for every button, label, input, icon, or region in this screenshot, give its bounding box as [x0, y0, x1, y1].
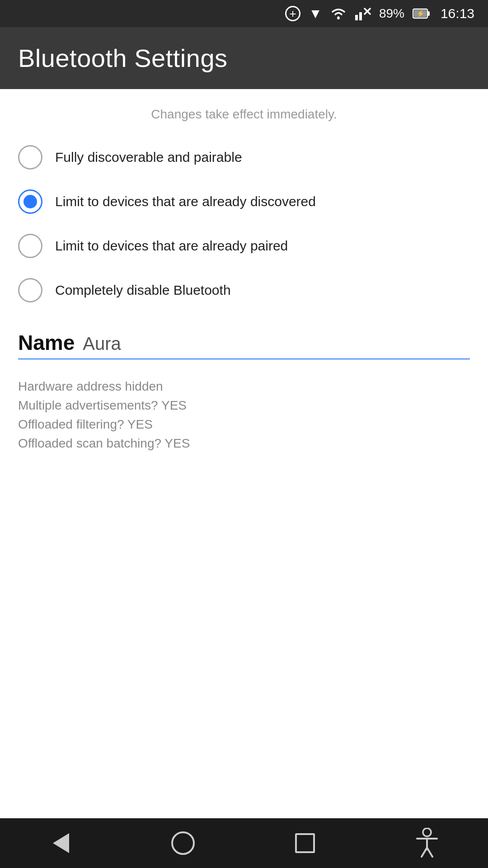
radio-inner-limit-discovered: [23, 195, 37, 208]
name-label: Name: [18, 330, 75, 355]
home-button[interactable]: [160, 821, 206, 866]
radio-circle-fully-discoverable: [18, 145, 42, 170]
accessibility-icon: [415, 828, 439, 859]
plus-circle-icon: +: [285, 6, 300, 21]
name-row: Name Aura: [18, 330, 470, 359]
wifi-icon: ▼: [309, 6, 322, 21]
radio-item-disable-bluetooth[interactable]: Completely disable Bluetooth: [14, 268, 474, 312]
svg-rect-2: [359, 12, 362, 20]
battery-percent: 89%: [379, 6, 404, 21]
svg-point-9: [423, 828, 431, 836]
svg-rect-1: [355, 15, 358, 20]
svg-line-13: [427, 848, 432, 857]
status-bar: + ▼ 89% ⚡ 16:13: [0, 0, 488, 27]
svg-line-12: [422, 848, 427, 857]
name-section: Name Aura: [0, 312, 488, 368]
radio-group: Fully discoverable and pairable Limit to…: [0, 135, 488, 312]
detail-scan-batching: Offloaded scan batching? YES: [18, 436, 470, 451]
home-icon: [171, 831, 195, 855]
radio-label-disable-bluetooth: Completely disable Bluetooth: [55, 283, 231, 298]
back-icon: [53, 833, 69, 853]
status-time: 16:13: [441, 6, 474, 21]
app-header: Bluetooth Settings: [0, 27, 488, 89]
radio-item-limit-paired[interactable]: Limit to devices that are already paired: [14, 224, 474, 268]
radio-circle-limit-paired: [18, 234, 42, 258]
svg-rect-6: [427, 11, 430, 16]
back-button[interactable]: [38, 821, 84, 866]
svg-point-0: [337, 17, 340, 19]
page-title: Bluetooth Settings: [18, 43, 228, 73]
details-section: Hardware address hidden Multiple adverti…: [0, 368, 488, 460]
wifi-icon-full: [330, 7, 347, 20]
detail-filtering: Offloaded filtering? YES: [18, 417, 470, 432]
radio-circle-disable-bluetooth: [18, 278, 42, 302]
info-text: Changes take effect immediately.: [0, 89, 488, 135]
nav-bar: [0, 818, 488, 868]
name-value: Aura: [83, 334, 121, 354]
radio-label-limit-paired: Limit to devices that are already paired: [55, 238, 288, 254]
radio-label-fully-discoverable: Fully discoverable and pairable: [55, 150, 242, 165]
main-content: Changes take effect immediately. Fully d…: [0, 89, 488, 818]
battery-icon: ⚡: [413, 7, 431, 20]
radio-item-fully-discoverable[interactable]: Fully discoverable and pairable: [14, 135, 474, 179]
svg-text:⚡: ⚡: [416, 10, 424, 18]
accessibility-button[interactable]: [404, 821, 450, 866]
radio-circle-limit-discovered: [18, 189, 42, 214]
recents-button[interactable]: [282, 821, 328, 866]
radio-item-limit-discovered[interactable]: Limit to devices that are already discov…: [14, 179, 474, 224]
recents-icon: [295, 833, 315, 853]
detail-hardware: Hardware address hidden: [18, 379, 470, 394]
radio-label-limit-discovered: Limit to devices that are already discov…: [55, 194, 316, 209]
detail-advertisements: Multiple advertisements? YES: [18, 398, 470, 413]
signal-x-icon: [355, 6, 371, 21]
